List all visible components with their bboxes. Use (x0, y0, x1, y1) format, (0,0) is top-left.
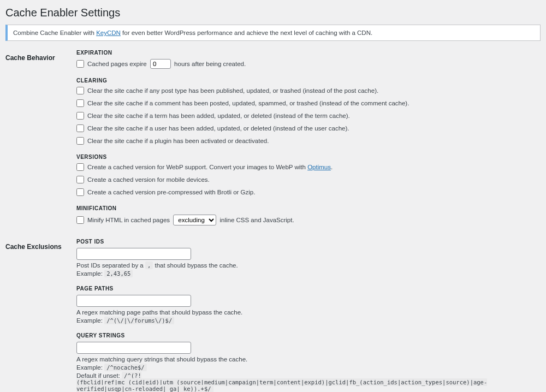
page-title: Cache Enabler Settings (5, 7, 541, 19)
expiration-row: Cached pages expire hours after being cr… (76, 59, 541, 69)
minification-label-pre: Minify HTML in cached pages (87, 217, 170, 223)
clearing-term-checkbox[interactable] (76, 112, 84, 120)
clearing-plugin-checkbox[interactable] (76, 137, 84, 145)
info-notice: Combine Cache Enabler with KeyCDN for ev… (5, 25, 541, 41)
minification-select[interactable]: excluding (173, 215, 216, 225)
versions-compress-label: Create a cached version pre-compressed w… (87, 188, 255, 197)
section-cache-behavior: Cache Behavior (5, 49, 76, 237)
minification-checkbox[interactable] (76, 216, 84, 224)
pagepaths-example-label: Example: (76, 317, 103, 324)
expiration-label-pre: Cached pages expire (87, 61, 147, 67)
postids-fieldset: POST IDS Post IDs separated by a , that … (76, 239, 541, 277)
querystrings-subtitle: QUERY STRINGS (76, 332, 541, 338)
clearing-comment-label: Clear the site cache if a comment has be… (87, 99, 409, 108)
pagepaths-example-code: /^(\/|\/forums\/)$/ (104, 317, 174, 324)
minification-fieldset: MINIFICATION Minify HTML in cached pages… (76, 205, 541, 225)
minification-label-post: inline CSS and JavaScript. (219, 217, 294, 223)
pagepaths-desc: A regex matching page paths that should … (76, 309, 541, 316)
clearing-post-checkbox[interactable] (76, 87, 84, 94)
optimus-link[interactable]: Optimus (307, 164, 331, 170)
pagepaths-subtitle: PAGE PATHS (76, 286, 541, 292)
expiration-fieldset: EXPIRATION Cached pages expire hours aft… (76, 50, 541, 69)
notice-text-pre: Combine Cache Enabler with (13, 29, 96, 36)
clearing-plugin-label: Clear the site cache if a plugin has bee… (87, 137, 269, 145)
clearing-post-label: Clear the site cache if any post type ha… (87, 87, 378, 95)
postids-desc-pre: Post IDs separated by a (76, 262, 145, 269)
querystrings-default-code: /^(?!(fbclid|ref|mc_(cid|eid)|utm_(sourc… (76, 372, 487, 393)
querystrings-desc: A regex matching query strings that shou… (76, 356, 541, 363)
minification-subtitle: MINIFICATION (76, 205, 541, 211)
querystrings-fieldset: QUERY STRINGS A regex matching query str… (76, 332, 541, 392)
notice-text-post: for even better WordPress performance an… (121, 29, 372, 36)
clearing-fieldset: CLEARING Clear the site cache if any pos… (76, 78, 541, 145)
pagepaths-input[interactable] (76, 295, 191, 307)
postids-example-code: 2,43,65 (104, 270, 133, 277)
section-cache-exclusions: Cache Exclusions (5, 237, 76, 393)
clearing-subtitle: CLEARING (76, 78, 541, 84)
versions-webp-label-pre: Create a cached version for WebP support… (87, 164, 307, 170)
versions-webp-checkbox[interactable] (76, 163, 84, 171)
versions-compress-checkbox[interactable] (76, 188, 84, 196)
expiration-subtitle: EXPIRATION (76, 50, 541, 56)
versions-mobile-checkbox[interactable] (76, 176, 84, 183)
versions-subtitle: VERSIONS (76, 154, 541, 160)
postids-desc-post: that should bypass the cache. (153, 262, 238, 269)
keycdn-link[interactable]: KeyCDN (96, 29, 121, 36)
clearing-user-label: Clear the site cache if a user has been … (87, 124, 349, 133)
querystrings-example-code: /^nocache$/ (104, 364, 147, 371)
postids-subtitle: POST IDS (76, 239, 541, 245)
clearing-user-checkbox[interactable] (76, 124, 84, 132)
querystrings-default-label: Default if unset: (76, 372, 120, 379)
expiration-label-post: hours after being created. (174, 61, 246, 67)
expiration-hours-input[interactable] (150, 59, 171, 69)
clearing-term-label: Clear the site cache if a term has been … (87, 112, 350, 120)
postids-example-label: Example: (76, 270, 103, 277)
querystrings-input[interactable] (76, 342, 191, 354)
postids-sep-code: , (145, 262, 153, 269)
expiration-checkbox[interactable] (76, 60, 84, 68)
clearing-comment-checkbox[interactable] (76, 99, 84, 107)
postids-input[interactable] (76, 248, 191, 260)
versions-mobile-label: Create a cached version for mobile devic… (87, 176, 210, 184)
pagepaths-fieldset: PAGE PATHS A regex matching page paths t… (76, 286, 541, 324)
versions-fieldset: VERSIONS Create a cached version for Web… (76, 154, 541, 197)
querystrings-example-label: Example: (76, 364, 103, 371)
versions-webp-label-post: . (331, 164, 333, 170)
